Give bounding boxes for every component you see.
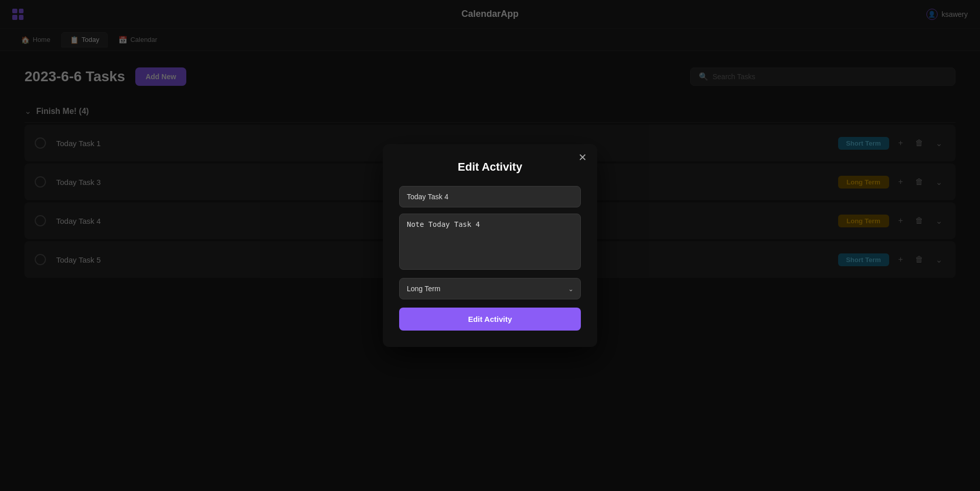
modal-title: Edit Activity [399,160,581,174]
edit-activity-modal: ✕ Edit Activity Short TermLong Term ⌄ Ed… [383,144,597,347]
modal-close-button[interactable]: ✕ [578,152,587,162]
modal-task-name-input[interactable] [399,186,581,207]
modal-category-select[interactable]: Short TermLong Term [399,278,581,299]
modal-select-wrap: Short TermLong Term ⌄ [399,278,581,299]
modal-note-textarea[interactable] [399,214,581,270]
modal-overlay[interactable]: ✕ Edit Activity Short TermLong Term ⌄ Ed… [0,0,980,491]
modal-submit-button[interactable]: Edit Activity [399,308,581,331]
